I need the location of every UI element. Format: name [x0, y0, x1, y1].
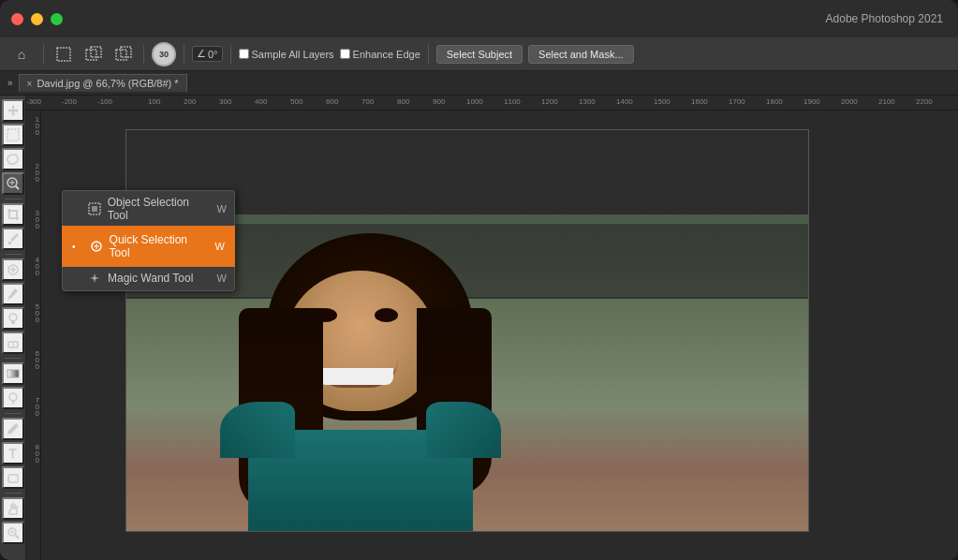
panel-collapse-icon[interactable]: »: [7, 78, 13, 88]
add-selection-icon: [85, 46, 102, 63]
subtract-selection-button[interactable]: [111, 44, 136, 65]
flyout-item-label: Quick Selection Tool: [110, 233, 210, 259]
ruler-v-label: 0: [36, 222, 39, 230]
gradient-tool-button[interactable]: [2, 362, 24, 385]
move-tool-button[interactable]: [2, 99, 24, 122]
divider-3: [184, 45, 184, 64]
zoom-tool-icon: [6, 525, 21, 540]
gradient-tool-icon: [6, 366, 21, 381]
ruler-v-label: 0: [36, 409, 39, 418]
marquee-tool-button[interactable]: [2, 124, 24, 146]
type-tool-button[interactable]: T: [2, 442, 24, 464]
ruler-h-label: 1500: [654, 97, 671, 106]
flyout-quick-selection[interactable]: • Quick Selection Tool W: [63, 227, 234, 266]
tab-close-button[interactable]: ×: [27, 79, 33, 89]
enhance-edge-checkbox[interactable]: [340, 49, 350, 59]
type-tool-letter: T: [8, 446, 17, 461]
heal-tool-button[interactable]: [2, 258, 24, 281]
maximize-button[interactable]: [51, 13, 63, 25]
ruler-h-label: 1200: [541, 97, 558, 106]
add-selection-button[interactable]: [81, 44, 106, 65]
enhance-edge-text: Enhance Edge: [353, 49, 420, 60]
heal-tool-icon: [6, 262, 21, 277]
ruler-h-label: 1400: [616, 97, 633, 106]
content-area: -300 -200 -100 100 200 300 400 500 600 7…: [26, 96, 958, 560]
ruler-h-label: 500: [290, 97, 302, 106]
eraser-tool-button[interactable]: [2, 332, 24, 354]
ruler-vertical: 1 0 0 2 0 0 3 0 0 4 0 0 5 0 0 6 0 0 7 0: [26, 111, 41, 560]
ruler-h-label: 2000: [841, 97, 858, 106]
shape-tool-icon: [6, 470, 21, 485]
person-teeth: [318, 368, 393, 385]
traffic-lights: [11, 13, 63, 25]
canvas-content[interactable]: Object Selection Tool W • Quick Selectio…: [41, 111, 958, 560]
separator-4: [5, 413, 22, 414]
new-selection-icon: [55, 46, 72, 63]
brush-tool-button[interactable]: [2, 283, 24, 305]
svg-rect-5: [7, 129, 19, 140]
tool-flyout-menu: Object Selection Tool W • Quick Selectio…: [62, 190, 235, 291]
ruler-h-label: 900: [433, 97, 445, 106]
flyout-magic-wand[interactable]: Magic Wand Tool W: [63, 266, 234, 290]
svg-rect-0: [57, 48, 70, 61]
flyout-item-shortcut: W: [215, 241, 225, 252]
marquee-tool-icon: [6, 127, 21, 142]
hand-tool-button[interactable]: [2, 497, 24, 520]
pen-tool-button[interactable]: [2, 418, 24, 440]
brush-tool-icon: [6, 287, 21, 302]
shape-tool-button[interactable]: [2, 466, 24, 489]
dodge-tool-button[interactable]: [2, 387, 24, 409]
move-tool-icon: [6, 103, 21, 118]
person-shoulder-left: [220, 402, 295, 458]
divider-1: [43, 45, 44, 64]
subtract-selection-icon: [115, 46, 132, 63]
zoom-tool-button[interactable]: [2, 522, 24, 544]
select-and-mask-button[interactable]: Select and Mask...: [528, 45, 634, 64]
svg-line-7: [15, 186, 19, 190]
divider-4: [230, 45, 231, 64]
ruler-h-label: -100: [97, 97, 112, 106]
eyedropper-tool-icon: [6, 231, 21, 246]
brush-size-value: 30: [159, 50, 169, 59]
divider-5: [428, 45, 429, 64]
svg-point-20: [9, 393, 17, 401]
home-icon: ⌂: [11, 44, 32, 65]
app-title: Adobe Photoshop 2021: [826, 12, 943, 25]
divider-2: [143, 45, 144, 64]
ruler-h-label: 200: [184, 97, 196, 106]
sample-all-layers-checkbox[interactable]: [239, 49, 249, 59]
svg-line-24: [15, 535, 19, 538]
new-selection-button[interactable]: [52, 44, 76, 65]
flyout-item-shortcut: W: [217, 273, 227, 284]
eyedropper-tool-button[interactable]: [2, 228, 24, 250]
sample-all-layers-label[interactable]: Sample All Layers: [239, 49, 334, 60]
selection-tool-button[interactable]: [2, 172, 24, 195]
svg-point-15: [9, 314, 17, 321]
person-eye-right: [375, 308, 398, 322]
toolbar: T: [0, 96, 26, 560]
angle-icon: ∠: [197, 48, 206, 60]
svg-rect-19: [7, 370, 19, 377]
lasso-tool-button[interactable]: [2, 148, 24, 170]
home-button[interactable]: ⌂: [7, 42, 36, 66]
ruler-v-label: 0: [36, 316, 39, 324]
crop-tool-button[interactable]: [2, 203, 24, 226]
angle-field[interactable]: ∠ 0°: [192, 46, 223, 62]
ruler-h-label: 2100: [878, 97, 895, 106]
angle-value: 0°: [208, 49, 218, 60]
ruler-v-label: 0: [36, 128, 39, 137]
main-area: T -300 -200 -100 100 200 300 400 500: [0, 96, 958, 560]
close-button[interactable]: [11, 13, 23, 25]
select-subject-button[interactable]: Select Subject: [436, 45, 523, 64]
hand-tool-icon: [6, 501, 21, 516]
enhance-edge-label[interactable]: Enhance Edge: [340, 49, 420, 60]
separator-5: [5, 493, 22, 494]
flyout-object-selection[interactable]: Object Selection Tool W: [63, 191, 234, 227]
stamp-tool-button[interactable]: [2, 307, 24, 330]
minimize-button[interactable]: [31, 13, 43, 25]
ruler-h-label: 800: [397, 97, 409, 106]
brush-preview[interactable]: 30: [152, 42, 176, 66]
ruler-horizontal: -300 -200 -100 100 200 300 400 500 600 7…: [26, 96, 958, 111]
document-tab[interactable]: × David.jpg @ 66,7% (RGB/8#) *: [19, 74, 187, 92]
ruler-h-label: 400: [255, 97, 267, 106]
